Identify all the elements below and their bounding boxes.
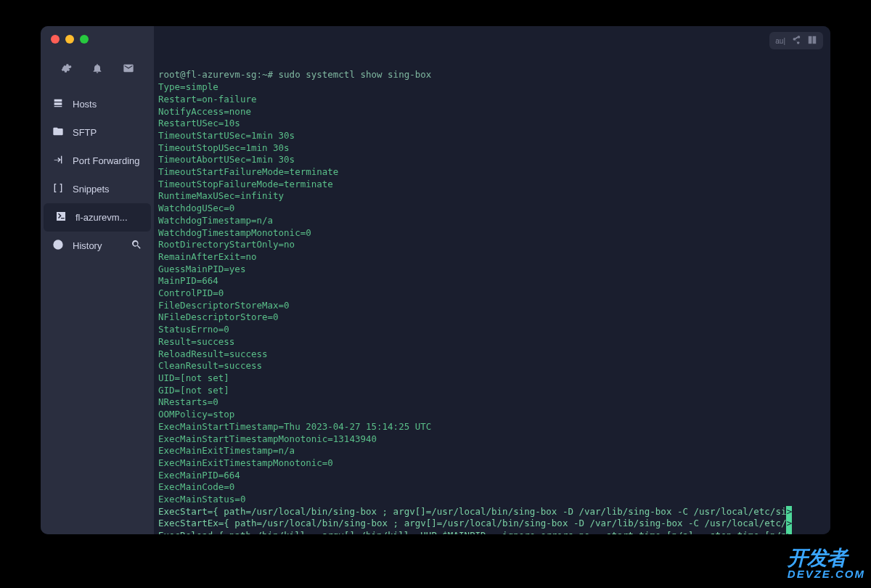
watermark: 开发者 DEVZE.COM — [788, 550, 865, 582]
sidebar-item-history[interactable]: History — [41, 232, 154, 260]
maximize-window-button[interactable] — [80, 35, 89, 44]
sidebar-item-label: fl-azurevm... — [75, 212, 139, 223]
sidebar-item-sftp[interactable]: SFTP — [41, 118, 154, 147]
share-icon[interactable] — [791, 35, 801, 46]
sidebar-item-label: Port Forwarding — [73, 155, 142, 166]
snippets-icon — [52, 182, 64, 196]
clock-icon — [52, 239, 64, 253]
watermark-line2: DEVZE.COM — [788, 566, 865, 582]
terminal-pane[interactable]: au| root@fl-azurevm-sg:~# sudo systemctl… — [154, 26, 830, 534]
close-window-button[interactable] — [51, 35, 60, 44]
sidebar-item-hosts[interactable]: Hosts — [41, 90, 154, 118]
session-label: au| — [775, 37, 785, 45]
sidebar-item-snippets[interactable]: Snippets — [41, 175, 154, 203]
sidebar-item-label: History — [73, 240, 122, 251]
port-icon — [52, 154, 64, 168]
split-icon[interactable] — [807, 35, 817, 46]
sidebar: HostsSFTPPort ForwardingSnippetsfl-azure… — [41, 26, 154, 534]
sidebar-item-label: Snippets — [73, 184, 142, 195]
traffic-lights — [51, 35, 89, 44]
hosts-icon — [52, 97, 64, 111]
mail-icon[interactable] — [123, 62, 134, 77]
sidebar-item-port-forwarding[interactable]: Port Forwarding — [41, 147, 154, 175]
gear-icon[interactable] — [60, 62, 72, 77]
sidebar-top-icons — [41, 55, 154, 90]
search-icon[interactable] — [131, 239, 142, 253]
terminal-header-controls: au| — [769, 32, 823, 49]
bell-icon[interactable] — [91, 62, 103, 77]
sidebar-item-label: SFTP — [73, 127, 142, 138]
app-window: HostsSFTPPort ForwardingSnippetsfl-azure… — [41, 26, 830, 534]
terminal-icon — [55, 211, 67, 224]
sidebar-item-fl-azurevm[interactable]: fl-azurevm... — [44, 203, 151, 232]
minimize-window-button[interactable] — [65, 35, 74, 44]
terminal-output: root@fl-azurevm-sg:~# sudo systemctl sho… — [154, 26, 830, 534]
folder-icon — [52, 126, 64, 139]
sidebar-item-label: Hosts — [73, 99, 142, 110]
